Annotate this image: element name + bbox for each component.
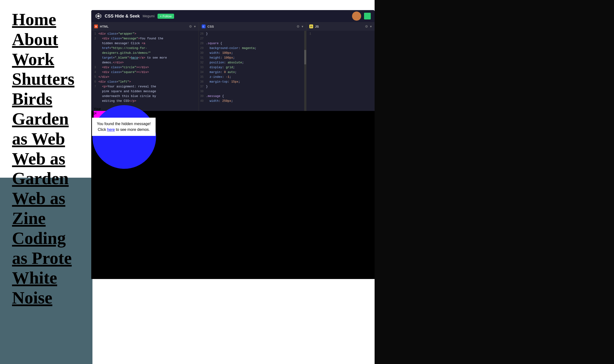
html-editor-header: H HTML ⚙ ▾ [91, 22, 199, 31]
here-link[interactable]: here [107, 128, 115, 131]
avatar-2 [364, 13, 371, 19]
nav-item-web-as-garden[interactable]: Web as Garden [12, 149, 80, 189]
nav-link-work[interactable]: Work [12, 50, 80, 69]
nav-link-coding-as-prote[interactable]: Coding as Prote [12, 228, 80, 268]
code-line: editing the CSS</p> [91, 99, 199, 104]
codepen-logo-icon [95, 13, 102, 19]
html-icon: H [94, 25, 98, 28]
nav-item-garden-as-web[interactable]: Garden as Web [12, 109, 80, 149]
code-line: 3 <div class="circle"></div> [91, 65, 199, 70]
nav-item-birds[interactable]: Birds [12, 89, 80, 109]
nav-link-birds[interactable]: Birds [12, 89, 80, 109]
css-collapse-button[interactable]: ▾ [301, 25, 303, 28]
js-collapse-button[interactable]: ▾ [370, 25, 372, 28]
hidden-message-popup: You found the hidden message! Click here… [92, 118, 156, 136]
nav-item-coding-as-prote[interactable]: Coding as Prote [12, 228, 80, 268]
js-settings-button[interactable]: ⚙ [365, 25, 368, 28]
left-navigation: Home About Work Shutters Birds Garden as… [0, 0, 92, 178]
code-line: 1 <div class="wrapper"> [91, 32, 199, 37]
blue-circle [92, 105, 156, 169]
code-line: 33 display: grid; [199, 65, 306, 70]
nav-item-about[interactable]: About [12, 29, 80, 50]
css-editor-header: C CSS ⚙ ▾ [199, 22, 306, 31]
css-editor-body[interactable]: 26 } 27 28 .square { 29 background-color… [199, 31, 306, 111]
code-line: 4 <div class="square"></div> [91, 70, 199, 75]
nav-item-web-as-zine[interactable]: Web as Zine [12, 188, 80, 228]
follow-button[interactable]: + Follow [157, 14, 174, 19]
code-line: demos.</div> [91, 61, 199, 65]
main-nav: Home About Work Shutters Birds Garden as… [12, 10, 80, 308]
svg-line-5 [100, 15, 101, 16]
code-line: href="https://coding-for- [91, 46, 199, 51]
code-line: 29 background-color: magenta; [199, 46, 306, 51]
code-line: 34 margin: 0 auto; [199, 70, 306, 75]
code-line: 38 [199, 89, 306, 94]
hidden-message-text-2: to see more demos. [115, 128, 150, 131]
editors-row: H HTML ⚙ ▾ 1 <div class="wrapper"> 2 <di… [91, 22, 375, 111]
js-editor-header: JS JS ⚙ ▾ [306, 22, 375, 31]
code-line: underneath this blue circle by [91, 94, 199, 99]
code-line: 26 } [199, 32, 306, 37]
nav-link-garden-as-web[interactable]: Garden as Web [12, 109, 80, 149]
code-line: 6 <div class="left"> [91, 80, 199, 85]
assignment-partial-text: Your [94, 107, 101, 111]
code-line: 36 margin-top: 15px; [199, 80, 306, 85]
dark-background [375, 0, 614, 364]
header-right [352, 12, 371, 21]
js-lang-label: JS [315, 25, 319, 28]
css-editor-panel: C CSS ⚙ ▾ 26 } 27 28 .square { [199, 22, 306, 111]
codepen-panel: CSS Hide & Seek Megumi + Follow H HTML ⚙… [91, 10, 375, 111]
code-line: 39 .message { [199, 94, 306, 99]
svg-line-4 [96, 15, 97, 16]
nav-link-home[interactable]: Home [12, 10, 80, 29]
svg-marker-1 [97, 15, 100, 17]
pi-text: pi [94, 111, 97, 115]
css-scrollbar[interactable] [304, 31, 306, 111]
css-settings-button[interactable]: ⚙ [297, 25, 300, 28]
code-line: 35 z-index: -1; [199, 75, 306, 80]
code-line: 28 .square { [199, 41, 306, 46]
css-scrollbar-thumb[interactable] [304, 50, 306, 64]
nav-item-white-noise[interactable]: White Noise [12, 268, 80, 308]
js-editor-actions: ⚙ ▾ [365, 25, 372, 28]
codepen-header: CSS Hide & Seek Megumi + Follow [91, 10, 375, 22]
svg-line-7 [100, 16, 101, 17]
nav-item-shutters[interactable]: Shutters [12, 69, 80, 89]
avatar [352, 12, 361, 21]
code-line: 1 [306, 32, 375, 37]
pi-partial-text: pi [94, 111, 97, 115]
code-line: 2 <div class="message">You found the [91, 37, 199, 41]
code-line: 30 width: 100px; [199, 51, 306, 56]
html-editor-body[interactable]: 1 <div class="wrapper"> 2 <div class="me… [91, 31, 199, 111]
code-line: hidden message! Click <a [91, 41, 199, 46]
code-line: 31 height: 100px; [199, 56, 306, 61]
code-line: 7 <p>Your assignment: reveal the [91, 85, 199, 89]
nav-item-work[interactable]: Work [12, 50, 80, 69]
codepen-title: CSS Hide & Seek [105, 14, 140, 19]
code-line: pink square and hidden message [91, 89, 199, 94]
html-lang-label: HTML [100, 25, 108, 28]
nav-link-about[interactable]: About [12, 29, 80, 50]
js-editor-panel: JS JS ⚙ ▾ 1 [306, 22, 375, 111]
code-line: target="_blank">here</a> to see more [91, 56, 199, 61]
nav-link-web-as-garden[interactable]: Web as Garden [12, 149, 80, 189]
nav-link-web-as-zine[interactable]: Web as Zine [12, 188, 80, 228]
js-editor-body[interactable]: 1 [306, 31, 375, 111]
css-icon: C [202, 25, 206, 28]
code-line: 27 [199, 37, 306, 41]
html-editor-panel: H HTML ⚙ ▾ 1 <div class="wrapper"> 2 <di… [91, 22, 199, 111]
html-settings-button[interactable]: ⚙ [189, 25, 192, 28]
nav-link-shutters[interactable]: Shutters [12, 69, 80, 89]
svg-line-6 [96, 16, 97, 17]
your-text: Your [94, 107, 101, 111]
code-line: 32 position: absolute; [199, 61, 306, 65]
css-lang-label: CSS [208, 25, 214, 28]
code-line: designers.github.io/demos/" [91, 51, 199, 56]
code-line: 40 width: 250px; [199, 99, 306, 104]
nav-item-home[interactable]: Home [12, 10, 80, 29]
html-collapse-button[interactable]: ▾ [194, 25, 196, 28]
codepen-author: Megumi [143, 14, 155, 18]
code-line: 5 </div> [91, 75, 199, 80]
nav-link-white-noise[interactable]: White Noise [12, 268, 80, 308]
js-icon: JS [309, 25, 313, 28]
